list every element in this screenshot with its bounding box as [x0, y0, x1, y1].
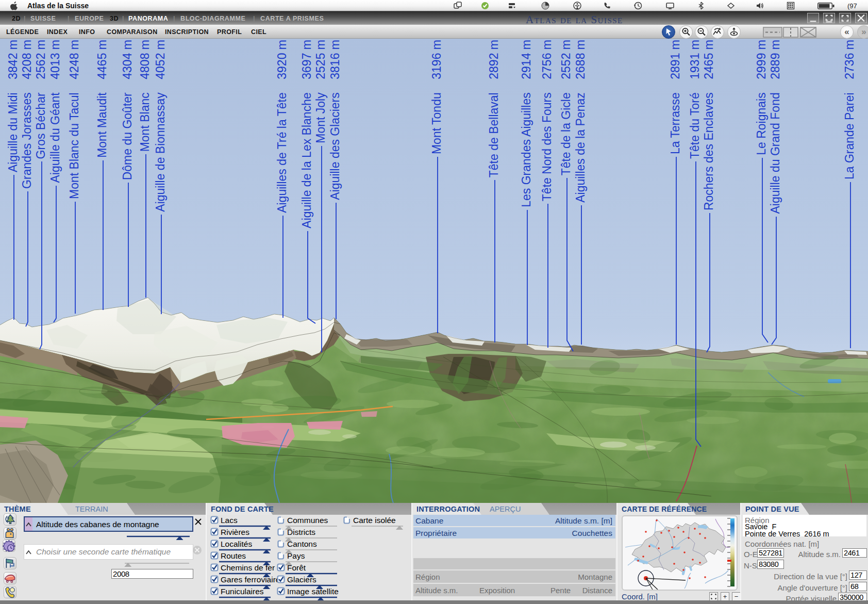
svg-text:Aiguille de la Lex Blanche: Aiguille de la Lex Blanche 3697 m	[300, 40, 313, 228]
svg-text:Mont Tondu 3196 m: Mont Tondu 3196 m	[430, 40, 443, 154]
svg-text:Rochers des Enclaves 2465 m: Rochers des Enclaves 2465 m	[702, 40, 715, 210]
svg-text:Aiguilles de Tré la Tête 39: Aiguilles de Tré la Tête 3920 m	[275, 40, 289, 213]
svg-text:Le Roignais 2999 m: Le Roignais 2999 m	[755, 40, 768, 155]
svg-text:Grandes Jorasses 4208 m: Grandes Jorasses 4208 m	[20, 40, 34, 189]
svg-text:Dôme du Goûter 4304 m: Dôme du Goûter 4304 m	[121, 40, 134, 180]
svg-text:La Terrasse 2891 m: La Terrasse 2891 m	[669, 40, 682, 154]
svg-text:Aiguilles de la Penaz 2688: Aiguilles de la Penaz 2688 m	[574, 40, 587, 203]
svg-text:Gros Béchar 2562 m: Gros Béchar 2562 m	[34, 40, 47, 159]
svg-text:Tête Nord des Fours 2756 m: Tête Nord des Fours 2756 m	[540, 40, 554, 201]
svg-text:Les Grandes Aiguilles 2914: Les Grandes Aiguilles 2914 m	[520, 40, 533, 207]
svg-text:Aiguille de Bionnassay 4052: Aiguille de Bionnassay 4052 m	[154, 40, 167, 212]
svg-text:Aiguille des Glaciers 3816: Aiguille des Glaciers 3816 m	[328, 40, 342, 200]
svg-text:Aiguille du Midi 3842 m: Aiguille du Midi 3842 m	[6, 40, 20, 172]
svg-text:Tête de la Gicle 2552 m: Tête de la Gicle 2552 m	[559, 40, 573, 175]
svg-text:Mont Blanc 4808 m: Mont Blanc 4808 m	[138, 40, 152, 152]
svg-text:La Grande Parei 2736 m: La Grande Parei 2736 m	[843, 40, 856, 179]
svg-text:Aiguille du Géant 4013 m: Aiguille du Géant 4013 m	[48, 40, 62, 183]
svg-text:Tête du Toré 1931 m: Tête du Toré 1931 m	[688, 40, 702, 159]
svg-text:Mont Joly 2525 m: Mont Joly 2525 m	[314, 40, 327, 143]
svg-text:Aiguille du Grand Fond 2889: Aiguille du Grand Fond 2889 m	[769, 40, 782, 214]
svg-text:Mont Maudit 4465 m: Mont Maudit 4465 m	[95, 40, 109, 158]
svg-text:Tête de Bellaval 2892 m: Tête de Bellaval 2892 m	[487, 40, 500, 177]
svg-text:Mont Blanc du Tacul 4248 m: Mont Blanc du Tacul 4248 m	[68, 40, 81, 199]
